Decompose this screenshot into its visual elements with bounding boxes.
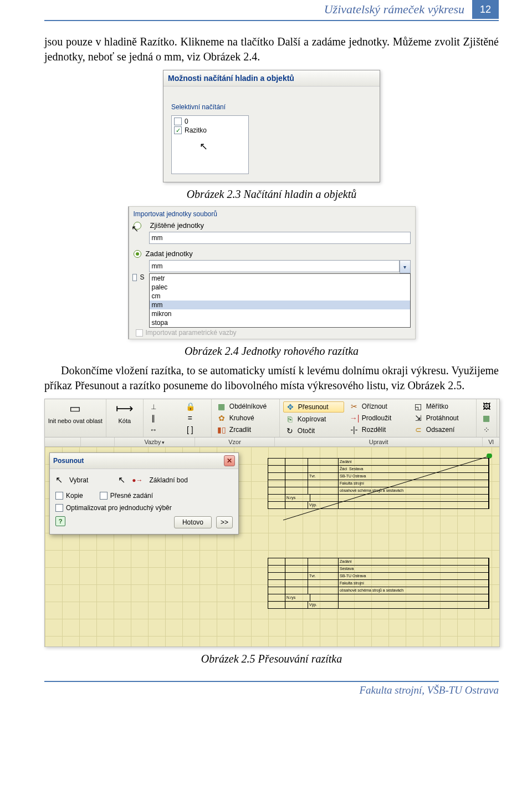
unit-combobox[interactable]: mm ▾ (149, 260, 411, 273)
checkbox-label: Kopie (66, 492, 83, 500)
figure-caption-1: Obrázek 2.3 Načítání hladin a objektů (44, 188, 499, 201)
optimize-checkbox[interactable]: Optimalizovat pro jednoduchý výběr (55, 504, 233, 512)
select-label[interactable]: Vybrat (69, 476, 88, 484)
panel-titlebar: Posunout ✕ (50, 453, 238, 469)
paragraph-2: Dokončíme vložení razítka, to se automat… (44, 363, 499, 393)
combo-option[interactable]: palec (150, 283, 410, 292)
trim-icon: ✂ (350, 402, 359, 411)
drawing-canvas[interactable]: Posunout ✕ ↖ Vybrat ↖ ●→ Základní bod Ko… (45, 447, 499, 647)
paragraph-1: jsou pouze v hladině Razítko. Klikneme n… (44, 34, 499, 64)
split-button[interactable]: -|-Rozdělit (347, 425, 408, 435)
side-label: S (140, 273, 144, 281)
precise-checkbox[interactable]: Přesné zadání (100, 492, 153, 500)
page-footer: Fakulta strojní, VŠB-TU Ostrava (44, 681, 499, 696)
radio-label: Zadat jednotky (146, 250, 193, 258)
constraint-button[interactable]: ↔ (147, 425, 180, 435)
equal-icon: = (186, 414, 195, 423)
radio-set-units[interactable]: Zadat jednotky (134, 250, 411, 258)
combo-option[interactable]: stopa (150, 318, 410, 327)
extend-button[interactable]: →|Prodloužit (347, 413, 408, 423)
insert-table-button[interactable]: ▦ (480, 413, 493, 423)
radio-icon[interactable] (134, 250, 141, 258)
screenshot-dialog: Možnosti načítání hladin a objektů Selek… (163, 70, 380, 182)
layer-listbox[interactable]: 0 ✓ Razitko ↖ (171, 115, 249, 174)
constraint-button[interactable]: ⟂ (147, 401, 180, 411)
ribbon: ▭ lnit nebo ovat oblast ⟼ Kóta ⟂ ∥ ↔ 🔒 (45, 399, 499, 437)
combo-option[interactable]: metr (150, 274, 410, 283)
circular-pattern-button[interactable]: ✿Kruhové (215, 413, 276, 423)
ribbon-section-insert: 🖼 ▦ ⁘ (477, 399, 497, 437)
group-label: Selektivní načítání (171, 103, 372, 111)
ribbon-section-modify: ✥Přesunout ⎘Kopírovat ↻Otočit ✂Oříznout … (280, 399, 477, 437)
cursor-icon: ↖ (131, 223, 139, 234)
combo-option[interactable]: mm (150, 301, 410, 309)
ribbon-section-constraints: ⟂ ∥ ↔ 🔒 = [ ] (144, 399, 212, 437)
footer-checkbox-label: Importovat parametrické vazby (146, 329, 237, 337)
stretch-button[interactable]: ⇲Protáhnout (412, 413, 473, 423)
dimension-icon: ⟼ (116, 401, 134, 416)
basepoint-label[interactable]: Základní bod (150, 476, 188, 484)
chevron-down-icon[interactable]: ▾ (400, 260, 411, 273)
checkbox-icon[interactable] (55, 504, 63, 512)
copy-button[interactable]: ⎘Kopírovat (283, 414, 344, 424)
close-icon[interactable]: ✕ (224, 455, 235, 466)
insert-points-button[interactable]: ⁘ (480, 425, 493, 435)
ribbon-big-button[interactable]: ⟼ Kóta (110, 401, 140, 424)
scale-button[interactable]: ◱Měřítko (412, 401, 473, 411)
title-block[interactable]: Zadání Žáci Sestava Tvr.SB-TU Ostrava Fa… (268, 458, 489, 509)
list-item[interactable]: 0 (174, 117, 246, 126)
detected-unit-field: mm (149, 232, 411, 244)
ribbon-big-button[interactable]: ▭ lnit nebo ovat oblast (48, 401, 103, 424)
ribbon-label: Kóta (119, 418, 131, 424)
checkbox-icon[interactable] (174, 118, 182, 125)
ribbon-label: Rozdělit (362, 426, 386, 434)
more-button[interactable]: >> (216, 516, 233, 528)
checkbox-label: Optimalizovat pro jednoduchý výběr (66, 504, 172, 512)
constraint-icon: ∥ (149, 414, 158, 423)
table-icon: ▦ (482, 414, 491, 423)
ribbon-group-label: Vl (483, 437, 499, 446)
constraint-button[interactable]: = (183, 413, 208, 423)
combo-value[interactable]: mm (149, 260, 400, 272)
checkbox-icon[interactable]: ✓ (174, 126, 182, 134)
ribbon-group-label[interactable]: Vazby▾ (115, 437, 195, 446)
radio-detected-units[interactable]: ↖ Zjištěné jednotky (134, 221, 411, 230)
trim-button[interactable]: ✂Oříznout (347, 401, 408, 411)
offset-icon: ⊂ (414, 425, 423, 434)
circular-icon: ✿ (217, 414, 226, 423)
split-icon: -|- (350, 425, 359, 434)
header-title: Uživatelský rámeček výkresu (44, 2, 472, 17)
cursor-icon: ↖ (118, 475, 125, 485)
header-rule (44, 20, 499, 21)
combo-option[interactable]: cm (150, 292, 410, 301)
ribbon-label: Odsazení (426, 426, 454, 434)
ribbon-group-label: Vzor (195, 437, 275, 446)
list-item[interactable]: ✓ Razitko (174, 126, 246, 135)
mirror-button[interactable]: ▮▯Zrcadlit (215, 425, 276, 435)
constraint-button[interactable]: 🔒 (183, 401, 208, 411)
insert-image-button[interactable]: 🖼 (480, 401, 493, 411)
checkbox-icon[interactable] (132, 274, 137, 281)
title-block[interactable]: Zadání Sestava Tvr.SB-TU Ostrava Fakulta… (268, 558, 489, 609)
mirror-icon: ▮▯ (217, 425, 226, 434)
ribbon-section-pattern: ▦Obdélníkové ✿Kruhové ▮▯Zrcadlit (212, 399, 280, 437)
combo-option[interactable]: mikron (150, 309, 410, 318)
combo-dropdown-list[interactable]: metr palec cm mm mikron stopa (149, 273, 411, 328)
rotate-button[interactable]: ↻Otočit (283, 426, 344, 436)
checkbox-icon[interactable] (55, 492, 63, 500)
done-button[interactable]: Hotovo (174, 516, 212, 528)
constraint-button[interactable]: [ ] (183, 425, 208, 435)
offset-button[interactable]: ⊂Odsazení (412, 425, 473, 435)
rectangular-pattern-button[interactable]: ▦Obdélníkové (215, 401, 276, 411)
group-label: Importovat jednotky souborů (134, 210, 411, 218)
dialog-titlebar: Možnosti načítání hladin a objektů (163, 70, 380, 86)
checkbox-icon[interactable] (100, 492, 108, 500)
constraint-icon: ↔ (149, 425, 158, 434)
point-icon: ●→ (132, 476, 142, 484)
page-number: 12 (472, 0, 499, 19)
cursor-icon: ↖ (200, 140, 208, 152)
move-button[interactable]: ✥Přesunout (283, 401, 344, 413)
help-icon[interactable]: ? (55, 516, 65, 526)
copy-checkbox[interactable]: Kopie (55, 492, 83, 500)
constraint-button[interactable]: ∥ (147, 413, 180, 423)
